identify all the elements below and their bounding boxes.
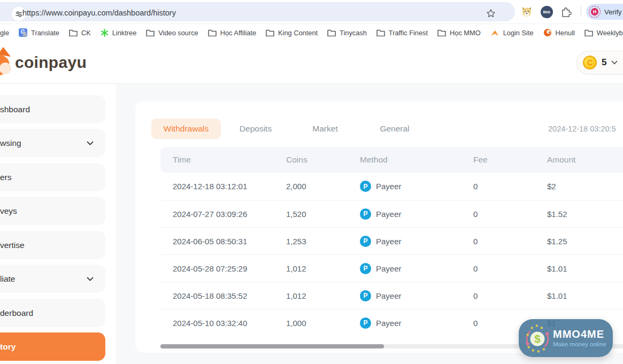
coin-balance-dropdown[interactable]: C 5 [576,51,623,74]
brand-wordmark[interactable]: coinpayu [15,53,87,72]
withdrawals-table: Time Coins Method Fee Amount 2024-12-18 … [160,147,623,336]
svg-text:★: ★ [542,347,545,352]
extensions-puzzle-icon[interactable] [560,5,573,18]
cell-amount: $1.01 [547,291,623,300]
sidebar-nav: shboard wsing ers veys vertise liate der… [0,84,117,364]
cell-coins: 1,253 [286,237,360,246]
payeer-icon: P [360,208,371,220]
sidebar-item-advertise[interactable]: vertise [0,231,105,259]
chevron-down-icon [87,141,94,145]
bookmark-folder-video-source[interactable]: Video source [146,29,198,37]
cell-coins: 1,012 [286,264,360,273]
cell-method: Payeer [376,264,402,273]
profile-verify-chip[interactable]: H Verify [586,4,623,20]
cell-coins: 1,012 [286,291,360,300]
payeer-icon: P [360,181,371,192]
web-extension-icon[interactable]: Web [540,5,553,18]
cell-fee: 0 [473,210,547,219]
tab-deposits[interactable]: Deposits [221,119,290,139]
sidebar-item-history[interactable]: tory [0,332,105,361]
bookmark-folder-weeklybonus[interactable]: Weeklybonus [584,29,623,37]
cell-coins: 1,520 [286,210,360,219]
folder-icon [376,29,385,36]
bookmark-item-linktree[interactable]: Linktree [101,29,137,37]
browser-window: https://www.coinpayu.com/dashboard/histo… [0,0,623,364]
google-translate-icon: G [19,28,27,37]
folder-icon [584,29,593,36]
profile-h-icon: H [589,6,601,18]
cell-time: 2024-07-27 03:09:26 [173,210,286,219]
bookmark-folder-ck[interactable]: CK [69,29,91,37]
cell-amount: $1.52 [547,210,623,219]
cell-time: 2024-05-18 08:35:52 [173,291,286,300]
fox-extension-icon[interactable] [520,5,533,18]
column-time: Time [173,155,286,165]
bookmark-folder-traffic-finest[interactable]: Traffic Finest [376,29,428,37]
sidebar-item-dashboard[interactable]: shboard [0,95,105,123]
bookmark-folder-hoc-affiliate[interactable]: Học Affiliate [208,29,256,37]
scrollbar-thumb[interactable] [160,344,384,348]
bookmark-item-google-truncated[interactable]: gle [0,29,9,37]
site-header: coinpayu C 5 [0,42,623,84]
cell-fee: 0 [473,291,547,300]
verify-label: Verify [604,8,622,16]
tune-icon [15,10,23,18]
tab-general[interactable]: General [360,119,429,139]
table-row: 2024-07-27 03:09:26 1,520 PPayeer 0 $1.5… [160,200,623,227]
coin-balance-value: 5 [602,57,606,68]
coin-icon: C [583,56,597,69]
cell-amount: $1.01 [547,264,623,273]
payeer-icon: P [360,263,371,274]
bookmark-item-henull[interactable]: Henull [543,28,575,37]
cell-method: Payeer [376,291,402,300]
sidebar-item-surveys[interactable]: veys [0,197,105,225]
fox-mascot-logo-icon[interactable] [0,47,16,81]
svg-text:$: $ [534,333,540,345]
toolbar-separator [581,6,581,17]
bookmark-folder-tinycash[interactable]: Tinycash [327,29,367,37]
folder-icon [208,29,217,36]
cell-coins: 2,000 [286,182,360,191]
table-row: 2024-06-05 08:50:31 1,253 PPayeer 0 $1.2… [160,227,623,254]
tab-market[interactable]: Market [290,119,360,139]
cell-method: Payeer [376,182,402,191]
url-text[interactable]: https://www.coinpayu.com/dashboard/histo… [22,9,176,17]
cell-fee: 0 [473,182,547,191]
table-row: 2024-05-28 07:25:29 1,012 PPayeer 0 $1.0… [160,254,623,282]
cell-method: Payeer [376,210,402,219]
folder-icon [69,29,78,36]
column-method: Method [360,155,473,165]
svg-text:★: ★ [531,348,535,353]
sidebar-item-leaderboard[interactable]: derboard [0,299,105,327]
column-amount: Amount [547,155,623,165]
payeer-icon: P [360,317,371,329]
sidebar-item-browsing[interactable]: wsing [0,129,105,157]
sidebar-item-affiliate[interactable]: liate [0,265,105,293]
orange-swirl-icon [543,28,552,37]
svg-text:★: ★ [526,332,529,337]
web-badge-text: Web [543,10,550,14]
tab-withdrawals[interactable]: Withdrawals [151,119,221,139]
table-row: 2024-12-18 03:12:01 2,000 PPayeer 0 $2 [160,173,623,200]
folder-icon [437,29,446,36]
bookmark-folder-hoc-mmo[interactable]: Học MMO [437,29,481,37]
bookmark-item-login-site[interactable]: Login Site [490,29,534,37]
cell-time: 2024-05-10 03:32:40 [173,319,286,328]
column-coins: Coins [286,155,360,165]
payeer-icon: P [360,290,371,301]
bookmark-folder-king-content[interactable]: King Content [266,29,318,37]
sidebar-item-offers[interactable]: ers [0,163,105,191]
svg-text:★: ★ [536,349,540,353]
table-row: 2024-05-18 08:35:52 1,012 PPayeer 0 $1.0… [160,282,623,309]
cell-coins: 1,000 [286,319,360,328]
address-bar[interactable]: https://www.coinpayu.com/dashboard/histo… [0,2,515,21]
cell-time: 2024-06-05 08:50:31 [173,237,286,246]
cell-amount: $2 [547,182,623,191]
bookmark-star-icon[interactable] [486,8,497,20]
watermark-subtitle: Make money online [553,341,606,347]
cell-method: Payeer [376,319,402,328]
browser-toolbar: https://www.coinpayu.com/dashboard/histo… [0,0,623,24]
cell-method: Payeer [376,237,402,246]
bookmark-item-translate[interactable]: G Translate [19,28,59,37]
history-tabs: Withdrawals Deposits Market General [151,119,429,139]
